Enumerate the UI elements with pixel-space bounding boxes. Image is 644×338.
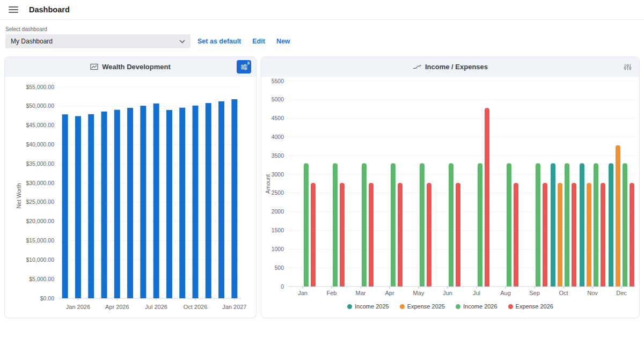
dashboard-select[interactable]: My Dashboard (5, 34, 191, 48)
x-tick-label: May (413, 290, 425, 296)
bar[interactable] (449, 163, 453, 286)
y-tick-label: 500 (274, 264, 284, 271)
bar[interactable] (594, 163, 598, 286)
bar[interactable] (427, 183, 431, 286)
x-tick-label: Oct (559, 290, 568, 296)
bar[interactable] (580, 163, 584, 286)
y-tick-label: 2500 (272, 189, 284, 196)
income-expenses-card: Income / Expenses 0500100015002000250030… (261, 56, 640, 318)
y-tick-label: $15,000.00 (26, 237, 54, 244)
legend-dot-icon (456, 304, 460, 309)
new-button[interactable]: New (276, 38, 290, 45)
bar[interactable] (304, 163, 309, 286)
bar[interactable] (616, 145, 620, 286)
hamburger-menu-icon[interactable] (6, 3, 20, 17)
legend-item[interactable]: Expense 2025 (400, 303, 445, 310)
bar[interactable] (311, 183, 316, 286)
y-tick-label: 2000 (272, 208, 284, 215)
y-tick-label: $30,000.00 (26, 180, 54, 186)
bar[interactable] (601, 183, 605, 286)
legend-label: Expense 2025 (407, 303, 445, 310)
bar[interactable] (206, 103, 211, 298)
income-card-header: Income / Expenses (261, 57, 639, 77)
y-tick-label: $40,000.00 (26, 141, 54, 148)
legend-item[interactable]: Income 2026 (456, 303, 497, 310)
bar[interactable] (587, 183, 591, 286)
income-filter-button[interactable] (620, 60, 634, 74)
legend-label: Expense 2026 (516, 303, 553, 310)
bar[interactable] (398, 183, 402, 286)
y-tick-label: 0 (281, 283, 284, 290)
bar[interactable] (536, 163, 540, 286)
bar[interactable] (609, 163, 613, 286)
bar[interactable] (62, 114, 68, 298)
bar[interactable] (140, 106, 146, 298)
x-tick-label: Nov (587, 290, 598, 296)
bar[interactable] (456, 183, 460, 286)
filter-badge: 3 (247, 61, 250, 65)
dashboard-controls: Select dashboard My Dashboard Set as def… (0, 20, 644, 48)
bar[interactable] (231, 99, 237, 298)
legend-item[interactable]: Expense 2026 (508, 303, 553, 310)
bar[interactable] (551, 163, 555, 286)
y-axis-title: Amount (265, 174, 271, 194)
bar[interactable] (179, 108, 185, 298)
bar[interactable] (333, 163, 338, 286)
bar[interactable] (369, 183, 374, 286)
bar[interactable] (543, 183, 547, 286)
bar[interactable] (218, 101, 224, 298)
x-tick-label: Sep (529, 290, 540, 296)
bar[interactable] (88, 114, 94, 298)
bar[interactable] (507, 163, 511, 286)
edit-button[interactable]: Edit (252, 38, 265, 45)
y-tick-label: $55,000.00 (26, 84, 54, 90)
y-tick-label: 1000 (272, 246, 284, 252)
bar[interactable] (127, 108, 133, 298)
x-tick-label: Aug (500, 290, 511, 296)
bar[interactable] (101, 112, 107, 298)
bar[interactable] (630, 183, 634, 286)
y-tick-label: $35,000.00 (26, 160, 54, 167)
dashboard-cards: Wealth Development 3 $0.00$5,000.00 (0, 48, 644, 318)
bar[interactable] (391, 163, 396, 286)
bar[interactable] (565, 163, 569, 286)
bar[interactable] (166, 110, 172, 298)
x-tick-label: Feb (327, 290, 337, 296)
bar[interactable] (485, 108, 489, 286)
bar[interactable] (478, 163, 482, 286)
y-axis-title: Net Worth (16, 183, 22, 208)
y-tick-label: 3500 (272, 152, 284, 159)
legend-label: Income 2025 (355, 303, 389, 310)
x-tick-label: Jul 2026 (145, 304, 167, 310)
bar[interactable] (514, 183, 518, 286)
bar[interactable] (114, 110, 120, 298)
bar[interactable] (572, 183, 576, 286)
y-tick-label: $50,000.00 (26, 102, 54, 109)
bar[interactable] (623, 163, 627, 286)
legend-item[interactable]: Income 2025 (347, 303, 389, 310)
bar[interactable] (75, 116, 81, 298)
income-expenses-chart: 0500100015002000250030003500400045005000… (261, 77, 639, 310)
wealth-development-card: Wealth Development 3 $0.00$5,000.00 (4, 56, 257, 318)
legend-dot-icon (400, 304, 405, 309)
chart-legend: Income 2025Expense 2025Income 2026Expens… (261, 303, 639, 310)
x-tick-label: Mar (356, 290, 366, 296)
wealth-filter-button[interactable]: 3 (237, 60, 251, 74)
bar[interactable] (153, 104, 159, 298)
y-tick-label: 4000 (272, 134, 284, 140)
bar[interactable] (193, 106, 199, 298)
y-tick-label: 1500 (272, 227, 284, 233)
set-as-default-button[interactable]: Set as default (197, 38, 241, 45)
income-card-title: Income / Expenses (425, 63, 488, 71)
y-tick-label: $20,000.00 (26, 218, 54, 224)
bar[interactable] (362, 163, 367, 286)
x-tick-label: Jan 2027 (222, 304, 246, 310)
bar[interactable] (558, 183, 562, 286)
legend-dot-icon (508, 304, 513, 309)
page-title: Dashboard (29, 5, 70, 14)
y-tick-label: $5,000.00 (29, 276, 54, 282)
bar[interactable] (340, 183, 345, 286)
y-tick-label: 5500 (272, 78, 284, 84)
bar[interactable] (420, 163, 425, 286)
x-tick-label: Apr (385, 290, 394, 296)
